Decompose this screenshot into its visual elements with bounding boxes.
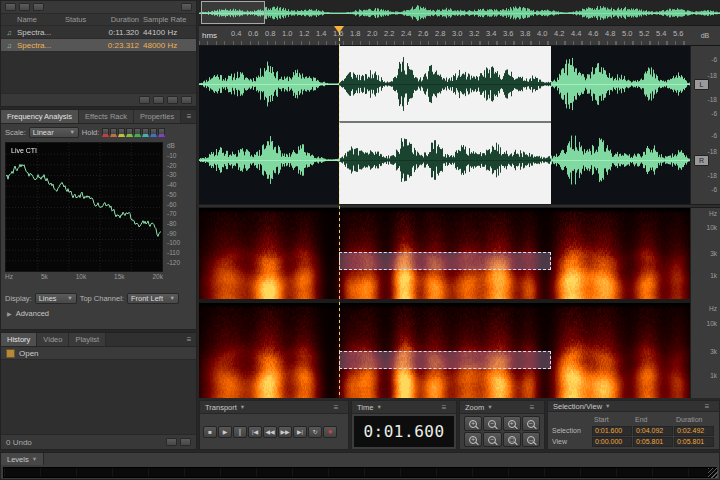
snapshot-icon[interactable] xyxy=(166,438,177,446)
file-row[interactable]: ♫Spectra...0:23.31248000 Hz xyxy=(1,39,196,52)
new-file-icon[interactable] xyxy=(167,96,178,104)
zoom-out-horizontal-button[interactable]: − xyxy=(522,416,540,431)
selection-duration-value[interactable]: 0:02.492 xyxy=(674,426,714,436)
trash-icon[interactable] xyxy=(180,438,191,446)
ruler-tick-label: 1.2 xyxy=(299,29,309,38)
media-browser-icon[interactable] xyxy=(33,3,44,11)
db-tick-label: -80 xyxy=(167,220,176,227)
zoom-full-button[interactable]: ↔ xyxy=(522,432,540,447)
column-header-duration[interactable]: Duration xyxy=(99,15,143,24)
panel-options-icon[interactable] xyxy=(181,3,192,11)
playhead-marker-icon[interactable] xyxy=(334,26,344,33)
frequency-analysis-panel: Frequency AnalysisEffects RackProperties… xyxy=(0,109,197,330)
auto-play-icon[interactable] xyxy=(153,96,164,104)
overview-waveform[interactable] xyxy=(199,3,720,23)
skip-back-button[interactable]: |◀ xyxy=(248,426,262,438)
tab-history[interactable]: History xyxy=(1,333,37,346)
pause-button[interactable]: ║ xyxy=(233,426,247,438)
ruler-tick-label: 0.4 xyxy=(231,29,241,38)
record-button[interactable]: ● xyxy=(323,426,337,438)
history-list: Open xyxy=(1,347,196,434)
tab-video[interactable]: Video xyxy=(37,333,69,346)
tab-playlist[interactable]: Playlist xyxy=(69,333,106,346)
history-item-open[interactable]: Open xyxy=(1,347,196,360)
view-end-value[interactable]: 0:05.801 xyxy=(633,437,673,447)
zoom-in-button[interactable]: + xyxy=(464,416,482,431)
tab-frequency-analysis[interactable]: Frequency Analysis xyxy=(1,110,79,123)
spectral-selection-right[interactable] xyxy=(339,351,551,369)
rewind-button[interactable]: ◀◀ xyxy=(263,426,277,438)
overview-strip[interactable] xyxy=(199,0,720,26)
hold-8-button[interactable] xyxy=(158,128,165,137)
skip-forward-button[interactable]: ▶| xyxy=(293,426,307,438)
zoom-in-horizontal-button[interactable]: + xyxy=(503,416,521,431)
column-header-sample-rate[interactable]: Sample Rate xyxy=(143,15,193,24)
db-tick-label: -40 xyxy=(167,181,176,188)
view-duration-value[interactable]: 0:05.801 xyxy=(674,437,714,447)
spectral-selection-left[interactable] xyxy=(339,252,551,270)
zoom-out-button[interactable]: − xyxy=(483,416,501,431)
panel-menu-icon[interactable]: ≡ xyxy=(182,333,196,346)
panel-menu-icon[interactable]: ≡ xyxy=(329,403,343,412)
stop-button[interactable]: ■ xyxy=(203,426,217,438)
hold-3-button[interactable] xyxy=(118,128,125,137)
selection-start-value[interactable]: 0:01.600 xyxy=(592,426,632,436)
column-header-status[interactable]: Status xyxy=(65,15,99,24)
channel-badge-l[interactable]: L xyxy=(694,79,709,90)
fast-forward-button[interactable]: ▶▶ xyxy=(278,426,292,438)
top-channel-dropdown[interactable]: Front Left ▼ xyxy=(127,293,179,304)
hold-7-button[interactable] xyxy=(150,128,157,137)
overview-view-indicator[interactable] xyxy=(201,1,265,24)
hold-1-button[interactable] xyxy=(102,128,109,137)
file-row[interactable]: ♫Spectra...0:11.32044100 Hz xyxy=(1,26,196,39)
panel-menu-icon[interactable]: ≡ xyxy=(525,403,539,412)
chevron-down-icon: ▼ xyxy=(240,404,245,410)
loop-toggle-icon[interactable] xyxy=(139,96,150,104)
selection-end-value[interactable]: 0:04.092 xyxy=(633,426,673,436)
time-title: Time xyxy=(357,403,373,412)
panel-menu-icon[interactable]: ≡ xyxy=(437,403,451,412)
waveform-channel-left[interactable] xyxy=(199,48,690,120)
waveform-channel-right[interactable] xyxy=(199,124,690,196)
view-splitter[interactable] xyxy=(199,204,720,208)
file-duration: 0:11.320 xyxy=(99,28,143,37)
db-tick-label: -10 xyxy=(167,152,176,159)
ruler-tick-label: 5.0 xyxy=(622,29,632,38)
tab-effects-rack[interactable]: Effects Rack xyxy=(79,110,134,123)
zoom-in-vertical-button[interactable]: + xyxy=(464,432,482,447)
ruler-tick-label: 3.8 xyxy=(520,29,530,38)
delete-file-icon[interactable] xyxy=(181,96,192,104)
scale-dropdown[interactable]: Linear ▼ xyxy=(29,127,79,138)
zoom-selection-button[interactable]: □ xyxy=(503,432,521,447)
view-start-value[interactable]: 0:00.000 xyxy=(592,437,632,447)
open-file-icon[interactable] xyxy=(19,3,30,11)
hold-4-button[interactable] xyxy=(126,128,133,137)
resize-grip[interactable] xyxy=(708,468,718,478)
panel-menu-icon[interactable]: ≡ xyxy=(700,402,714,411)
file-name: Spectra... xyxy=(17,28,65,37)
chevron-right-icon: ▶ xyxy=(7,310,12,317)
timeline-ruler[interactable]: hms 0.40.60.81.01.21.41.61.82.02.22.42.6… xyxy=(199,26,690,46)
import-file-icon[interactable] xyxy=(5,3,16,11)
hold-5-button[interactable] xyxy=(134,128,141,137)
play-button[interactable]: ▶ xyxy=(218,426,232,438)
channel-badge-r[interactable]: R xyxy=(694,155,709,166)
column-header-name[interactable]: Name xyxy=(17,15,65,24)
advanced-expander[interactable]: ▶ Advanced xyxy=(1,306,196,320)
panel-menu-icon[interactable]: ≡ xyxy=(182,110,196,123)
hold-buttons xyxy=(102,128,165,137)
tab-properties[interactable]: Properties xyxy=(134,110,181,123)
waveform-display[interactable] xyxy=(199,46,690,204)
zoom-panel: Zoom ▼ ≡ +−+−+−□↔ xyxy=(459,400,545,450)
hold-6-button[interactable] xyxy=(142,128,149,137)
display-dropdown[interactable]: Lines ▼ xyxy=(35,293,77,304)
time-display[interactable]: 0:01.600 xyxy=(354,416,454,447)
hz-tick-label: 5k xyxy=(41,273,48,280)
loop-button[interactable]: ↻ xyxy=(308,426,322,438)
file-list: ♫Spectra...0:11.32044100 Hz♫Spectra...0:… xyxy=(1,26,196,52)
level-meter[interactable] xyxy=(3,467,717,478)
zoom-out-vertical-button[interactable]: − xyxy=(483,432,501,447)
hold-2-button[interactable] xyxy=(110,128,117,137)
spectrogram-display[interactable] xyxy=(199,208,690,398)
frequency-graph-area: Live CTI dB-10-20-30-40-50-60-70-80-90-1… xyxy=(1,140,196,290)
